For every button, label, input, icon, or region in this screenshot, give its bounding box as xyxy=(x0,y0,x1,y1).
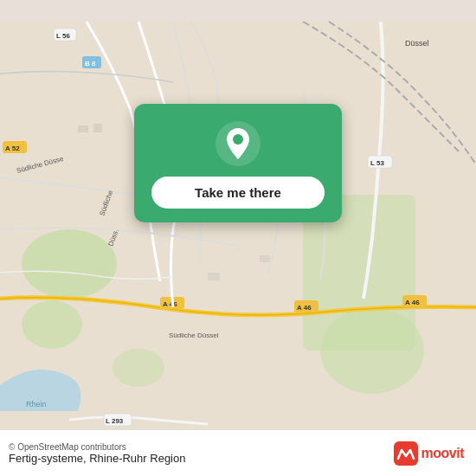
svg-text:Düssel: Düssel xyxy=(405,39,429,48)
location-pin-icon xyxy=(215,121,261,166)
svg-rect-29 xyxy=(93,124,102,132)
map-container: Rhein A 46 A 46 A 46 L 53 L 293 B 8 L 56… xyxy=(0,0,476,476)
bottom-bar: © OpenStreetMap contributors Fertig-syst… xyxy=(0,429,476,476)
svg-text:Rhein: Rhein xyxy=(26,400,47,408)
take-me-there-button[interactable]: Take me there xyxy=(151,177,325,209)
map-background: Rhein A 46 A 46 A 46 L 53 L 293 B 8 L 56… xyxy=(0,0,476,476)
popup-card: Take me there xyxy=(134,104,342,222)
svg-text:A 46: A 46 xyxy=(405,299,420,306)
bottom-bar-left: © OpenStreetMap contributors Fertig-syst… xyxy=(9,442,185,465)
svg-text:Südliche Düssel: Südliche Düssel xyxy=(169,331,219,339)
svg-rect-30 xyxy=(208,273,220,280)
svg-text:L 53: L 53 xyxy=(370,159,384,167)
svg-point-33 xyxy=(233,134,243,145)
moovit-logo[interactable]: moovit xyxy=(394,441,464,466)
svg-point-1 xyxy=(22,229,117,299)
osm-attribution: © OpenStreetMap contributors xyxy=(9,442,185,452)
svg-text:A 46: A 46 xyxy=(163,300,177,308)
moovit-brand-text: moovit xyxy=(421,446,464,461)
svg-point-5 xyxy=(113,349,164,387)
moovit-brand-icon xyxy=(394,441,418,466)
svg-text:A 52: A 52 xyxy=(5,145,20,152)
svg-text:B 8: B 8 xyxy=(85,60,96,68)
location-title: Fertig-systeme, Rhine-Ruhr Region xyxy=(9,452,185,465)
svg-rect-28 xyxy=(78,125,88,132)
svg-text:L 56: L 56 xyxy=(56,32,70,40)
svg-point-2 xyxy=(22,300,82,349)
svg-rect-34 xyxy=(394,441,418,466)
svg-text:A 46: A 46 xyxy=(297,304,312,312)
svg-text:L 293: L 293 xyxy=(106,417,124,425)
svg-rect-31 xyxy=(260,255,270,262)
svg-point-4 xyxy=(320,307,424,394)
